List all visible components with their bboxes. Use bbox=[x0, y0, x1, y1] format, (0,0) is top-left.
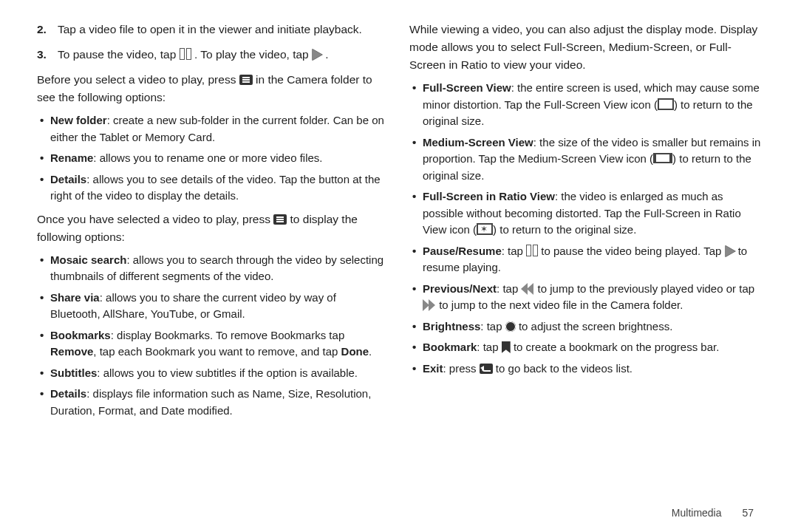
list-item: Exit: press to go back to the videos lis… bbox=[409, 361, 761, 378]
bookmark-icon bbox=[502, 341, 511, 353]
list-item: Brightness: tap to adjust the screen bri… bbox=[409, 318, 761, 335]
before-paragraph: Before you select a video to play, press… bbox=[37, 71, 389, 106]
page-number: 57 bbox=[742, 507, 754, 519]
left-column: 2. Tap a video file to open it in the vi… bbox=[37, 21, 389, 517]
step-number: 2. bbox=[37, 21, 58, 38]
step-text: Tap a video file to open it in the viewe… bbox=[58, 21, 389, 38]
step-number: 3. bbox=[37, 46, 58, 64]
play-icon bbox=[312, 49, 322, 61]
list-item: Rename: allows you to rename one or more… bbox=[37, 150, 389, 167]
menu-icon bbox=[273, 214, 287, 225]
right-column: While viewing a video, you can also adju… bbox=[409, 21, 761, 517]
step-2: 2. Tap a video file to open it in the vi… bbox=[37, 21, 389, 38]
brightness-icon bbox=[505, 321, 516, 332]
pause-icon bbox=[180, 48, 191, 60]
pre-play-options: New folder: create a new sub-folder in t… bbox=[37, 112, 389, 205]
medium-screen-icon bbox=[653, 153, 672, 163]
step-3: 3. To pause the video, tap . To play the… bbox=[37, 46, 389, 64]
ratio-icon bbox=[477, 223, 493, 235]
menu-icon bbox=[239, 75, 253, 85]
display-mode-options: Full-Screen View: the entire screen is u… bbox=[409, 80, 761, 377]
list-item: Full-Screen View: the entire screen is u… bbox=[409, 80, 761, 130]
list-item: Pause/Resume: tap to pause the video bei… bbox=[409, 243, 761, 276]
previous-icon bbox=[521, 283, 534, 295]
list-item: Previous/Next: tap to jump to the previo… bbox=[409, 281, 761, 314]
manual-page: 2. Tap a video file to open it in the vi… bbox=[0, 0, 798, 532]
list-item: Details: allows you to see details of th… bbox=[37, 171, 389, 205]
list-item: Bookmarks: display Bookmarks. To remove … bbox=[37, 327, 389, 361]
play-icon bbox=[725, 245, 735, 257]
back-icon bbox=[480, 364, 493, 374]
once-paragraph: Once you have selected a video to play, … bbox=[37, 211, 389, 246]
list-item: Bookmark: tap to create a bookmark on th… bbox=[409, 339, 761, 356]
display-mode-intro: While viewing a video, you can also adju… bbox=[409, 21, 761, 74]
list-item: Mosaic search: allows you to search thro… bbox=[37, 252, 389, 285]
list-item: Subtitles: allows you to view subtitles … bbox=[37, 365, 389, 382]
playing-options: Mosaic search: allows you to search thro… bbox=[37, 252, 389, 420]
next-icon bbox=[423, 299, 436, 311]
list-item: Full-Screen in Ratio View: the video is … bbox=[409, 188, 761, 239]
list-item: Details: displays file information such … bbox=[37, 386, 389, 419]
list-item: Medium-Screen View: the size of the vide… bbox=[409, 134, 761, 185]
list-item: Share via: allows you to share the curre… bbox=[37, 290, 389, 323]
section-name: Multimedia bbox=[672, 507, 722, 519]
list-item: New folder: create a new sub-folder in t… bbox=[37, 112, 389, 146]
pause-icon bbox=[526, 245, 538, 256]
step-text: To pause the video, tap . To play the vi… bbox=[58, 46, 389, 64]
page-footer: Multimedia 57 bbox=[672, 507, 754, 519]
fullscreen-icon bbox=[658, 98, 674, 110]
